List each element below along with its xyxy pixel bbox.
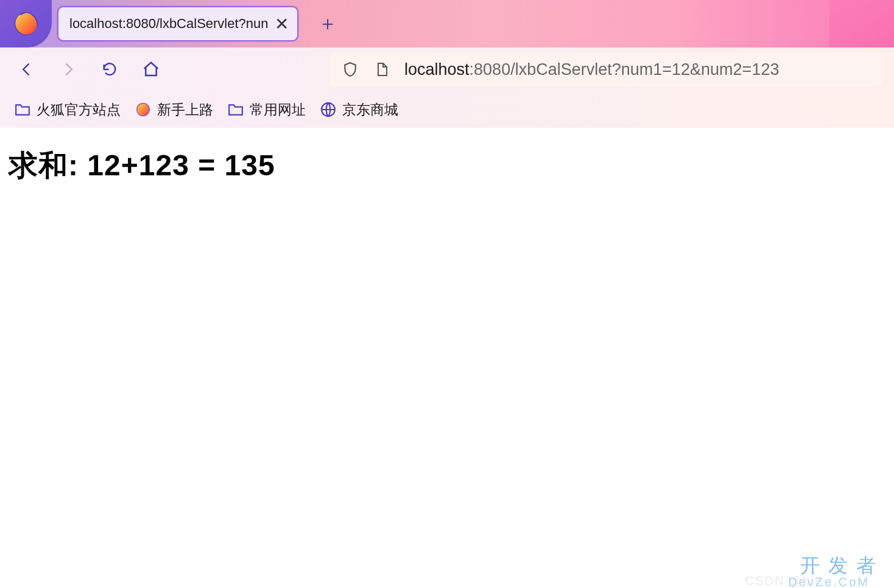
bookmark-getting-started[interactable]: 新手上路 — [135, 100, 213, 119]
bookmark-jd[interactable]: 京东商城 — [320, 100, 398, 119]
page-content: 求和: 12+123 = 135 — [0, 128, 894, 203]
result-heading: 求和: 12+123 = 135 — [9, 146, 885, 185]
folder-icon — [15, 102, 30, 117]
bookmark-common-sites[interactable]: 常用网址 — [228, 100, 306, 119]
url-bar[interactable]: localhost:8080/lxbCalServlet?num1=12&num… — [330, 52, 882, 86]
reload-button[interactable] — [95, 55, 124, 84]
new-tab-button[interactable]: ＋ — [318, 10, 337, 37]
shield-icon[interactable] — [341, 60, 359, 79]
forward-button[interactable] — [54, 55, 83, 84]
home-button[interactable] — [136, 55, 166, 84]
url-text: localhost:8080/lxbCalServlet?num1=12&num… — [404, 60, 779, 79]
firefox-logo-icon — [13, 11, 39, 37]
back-button[interactable] — [12, 55, 41, 84]
browser-tab[interactable]: localhost:8080/lxbCalServlet?nun ✕ — [57, 6, 298, 41]
bookmark-firefox-official[interactable]: 火狐官方站点 — [15, 100, 121, 119]
tab-bar: localhost:8080/lxbCalServlet?nun ✕ ＋ — [0, 0, 894, 47]
nav-bar: localhost:8080/lxbCalServlet?num1=12&num… — [0, 47, 894, 91]
bookmark-bar: 火狐官方站点 新手上路 常用网址 京东商城 — [0, 91, 894, 128]
tab-title: localhost:8080/lxbCalServlet?nun — [69, 16, 269, 32]
globe-icon — [320, 102, 336, 117]
watermark-sub: DevZe.CoM — [788, 575, 870, 588]
page-icon — [373, 60, 391, 79]
firefox-icon — [135, 102, 151, 117]
close-icon[interactable]: ✕ — [275, 14, 289, 34]
folder-icon — [228, 102, 244, 117]
